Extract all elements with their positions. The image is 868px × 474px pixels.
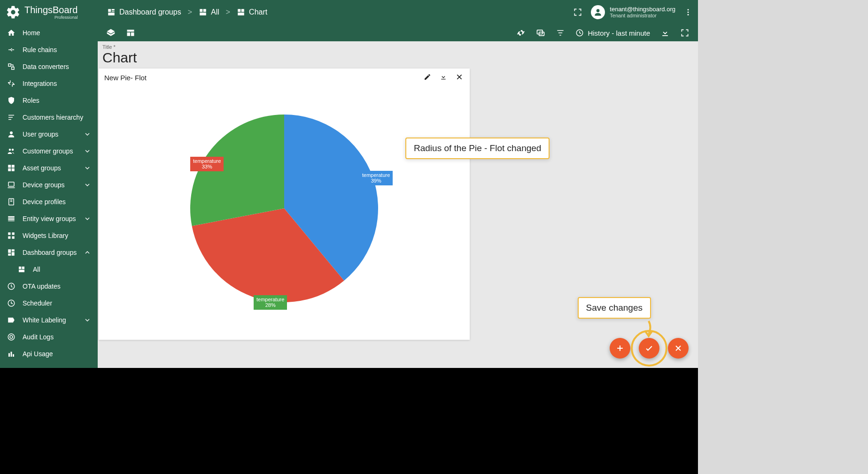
chevron-down-icon [84, 316, 91, 324]
sidebar-item-customers-hierarchy[interactable]: Customers hierarchy [0, 109, 98, 126]
sidebar-item-api-usage[interactable]: Api Usage [0, 345, 98, 362]
sidebar-item-white-labeling[interactable]: White Labeling [0, 312, 98, 329]
clock-icon [7, 298, 16, 308]
sidebar-item-user-groups[interactable]: User groups [0, 126, 98, 143]
dashboard-icon [7, 248, 16, 257]
svg-point-10 [597, 9, 600, 12]
chevron-down-icon [84, 164, 91, 172]
svg-rect-44 [11, 352, 12, 357]
sidebar-item-home[interactable]: Home [0, 24, 98, 41]
breadcrumb: Dashboard groups > All > Chart [107, 8, 267, 16]
logo[interactable]: ThingsBoard Professional [6, 5, 98, 20]
svg-rect-34 [12, 252, 15, 256]
pie-widget-card: New Pie- Flot temperature39% temperature… [99, 69, 470, 340]
sidebar-item-device-profiles[interactable]: Device profiles [0, 193, 98, 210]
svg-point-16 [10, 131, 13, 134]
breadcrumb-item[interactable]: All [199, 8, 219, 16]
more-icon[interactable] [684, 8, 692, 16]
svg-rect-43 [8, 353, 10, 357]
user-menu[interactable]: tenant@thingsboard.org Tenant administra… [591, 5, 675, 19]
sidebar-item-customer-groups[interactable]: Customer groups [0, 143, 98, 160]
svg-rect-23 [8, 182, 14, 186]
breadcrumb-item[interactable]: Chart [237, 8, 267, 16]
arrow-icon [642, 320, 656, 339]
sidebar-item-all[interactable]: All [0, 261, 98, 278]
svg-rect-32 [8, 249, 11, 253]
sidebar-item-scheduler[interactable]: Scheduler [0, 295, 98, 312]
sidebar-item-ota-updates[interactable]: OTA updates [0, 278, 98, 295]
svg-rect-7 [238, 9, 240, 12]
edit-icon[interactable] [424, 73, 432, 82]
sidebar-item-entity-view-groups[interactable]: Entity view groups [0, 210, 98, 227]
sidebar-item-widgets-library[interactable]: Widgets Library [0, 227, 98, 244]
svg-point-41 [8, 334, 15, 340]
page-title[interactable]: Chart [98, 50, 698, 70]
avatar-icon [591, 5, 605, 19]
save-button[interactable] [639, 338, 659, 359]
sidebar-item-audit-logs[interactable]: Audit Logs [0, 329, 98, 345]
layers-icon[interactable] [106, 28, 116, 38]
svg-point-13 [688, 14, 689, 15]
device-icon [7, 180, 16, 190]
svg-rect-22 [12, 168, 15, 171]
svg-rect-47 [127, 32, 131, 36]
dashboard-toolbar: History - last minute [98, 24, 698, 41]
gear-icon[interactable] [516, 28, 526, 38]
user-role: Tenant administrator [610, 13, 675, 19]
svg-rect-1 [112, 9, 115, 10]
time-window-button[interactable]: History - last minute [575, 29, 650, 37]
svg-rect-28 [8, 232, 10, 235]
customers-icon [7, 146, 16, 156]
svg-rect-8 [241, 9, 244, 12]
fullscreen-icon[interactable] [573, 8, 582, 17]
breadcrumb-item[interactable]: Dashboard groups [107, 8, 181, 16]
sidebar-item-asset-groups[interactable]: Asset groups [0, 160, 98, 176]
dashboard-icon [107, 8, 116, 16]
svg-rect-15 [12, 67, 14, 69]
sidebar-item-device-groups[interactable]: Device groups [0, 176, 98, 193]
close-icon[interactable] [456, 73, 464, 82]
svg-point-12 [688, 12, 689, 13]
svg-rect-19 [8, 165, 11, 168]
sidebar-item-dashboard-groups[interactable]: Dashboard groups [0, 244, 98, 261]
svg-rect-36 [19, 267, 21, 269]
cancel-button[interactable] [668, 338, 689, 359]
ota-icon [7, 282, 16, 291]
app-header: ThingsBoard Professional Dashboard group… [0, 0, 698, 24]
svg-rect-4 [200, 9, 202, 12]
logo-icon [6, 5, 21, 20]
pie-slice-label: temperature28% [254, 295, 287, 310]
download-icon[interactable] [660, 28, 670, 38]
sidebar-item-rule-chains[interactable]: Rule chains [0, 41, 98, 58]
svg-rect-3 [108, 13, 115, 15]
svg-rect-38 [19, 270, 24, 272]
add-button[interactable] [610, 338, 630, 359]
chevron-down-icon [84, 130, 91, 138]
user-icon [7, 130, 16, 139]
filter-icon[interactable] [556, 28, 565, 38]
svg-rect-26 [8, 218, 15, 220]
svg-rect-27 [8, 221, 15, 222]
svg-rect-2 [112, 11, 115, 12]
chevron-down-icon [84, 215, 91, 222]
sidebar-item-roles[interactable]: Roles [0, 92, 98, 109]
layout-icon[interactable] [126, 28, 135, 38]
dashboard-icon [17, 265, 26, 274]
sidebar-item-integrations[interactable]: Integrations [0, 75, 98, 92]
sidebar-item-data-converters[interactable]: Data converters [0, 58, 98, 75]
svg-point-11 [688, 9, 689, 10]
svg-point-18 [12, 149, 14, 151]
sidebar-item-system-settings[interactable]: System Settings [0, 362, 98, 368]
shield-icon [7, 96, 16, 105]
download-icon[interactable] [440, 73, 448, 82]
svg-rect-37 [22, 267, 24, 269]
svg-rect-31 [12, 237, 15, 239]
alias-icon[interactable] [536, 28, 545, 38]
svg-rect-30 [8, 237, 10, 239]
widget-title: New Pie- Flot [104, 74, 147, 82]
chevron-up-icon [84, 249, 91, 256]
dashboard-icon [199, 8, 207, 16]
svg-rect-21 [8, 168, 11, 171]
fullscreen-icon[interactable] [680, 28, 690, 38]
svg-rect-45 [13, 354, 14, 357]
